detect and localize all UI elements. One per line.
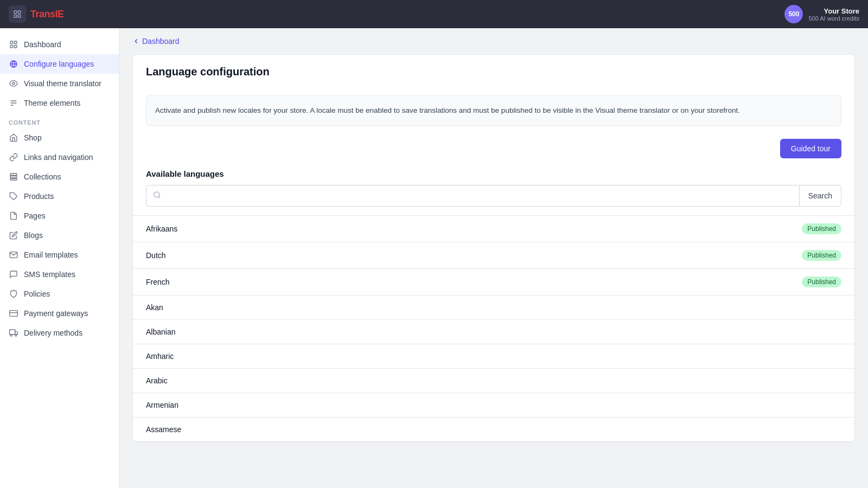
language-name: Assamese [146, 425, 181, 434]
svg-rect-3 [18, 15, 21, 17]
sidebar-item-label: Configure languages [24, 60, 94, 68]
status-badge: Published [802, 277, 841, 287]
svg-rect-0 [14, 11, 17, 14]
store-name: Your Store [824, 7, 860, 15]
sidebar-item-label: Links and navigation [24, 153, 93, 162]
language-row[interactable]: Amharic [133, 344, 854, 369]
sidebar-item-configure-languages[interactable]: Configure languages [0, 54, 119, 74]
payment-icon [9, 309, 18, 318]
language-row[interactable]: Albanian [133, 320, 854, 344]
sidebar-item-pages[interactable]: Pages [0, 206, 119, 226]
sidebar-item-products[interactable]: Products [0, 187, 119, 206]
breadcrumb-label: Dashboard [142, 37, 180, 46]
app-body: Dashboard Configure languages Visual the… [0, 28, 868, 488]
language-name: Albanian [146, 328, 176, 336]
sidebar-item-theme-elements[interactable]: Theme elements [0, 93, 119, 113]
card-description: Activate and publish new locales for you… [155, 105, 832, 117]
search-input[interactable] [165, 191, 793, 200]
language-name: Armenian [146, 401, 178, 409]
language-row[interactable]: Akan [133, 296, 854, 320]
shop-icon [9, 133, 18, 143]
grid-icon [9, 40, 18, 49]
sidebar-item-label: Products [24, 192, 54, 201]
guided-tour-row: Guided tour [133, 134, 854, 169]
main-content: Dashboard Language configuration Activat… [119, 28, 868, 488]
svg-point-18 [10, 335, 12, 336]
search-icon [153, 191, 161, 201]
breadcrumb: Dashboard [119, 28, 868, 54]
sidebar-item-email-templates[interactable]: Email templates [0, 245, 119, 265]
language-row[interactable]: Assamese [133, 418, 854, 442]
search-button[interactable]: Search [799, 185, 841, 207]
sidebar-item-label: Visual theme translator [24, 79, 101, 88]
svg-rect-6 [10, 45, 13, 48]
svg-rect-14 [10, 311, 18, 317]
sidebar-item-visual-theme-translator[interactable]: Visual theme translator [0, 74, 119, 93]
sidebar-item-label: Pages [24, 211, 46, 220]
language-name: Amharic [146, 352, 174, 361]
sidebar-item-label: Theme elements [24, 99, 80, 107]
avatar[interactable]: 500 [784, 5, 803, 23]
sidebar-item-shop[interactable]: Shop [0, 128, 119, 147]
svg-rect-11 [10, 176, 17, 178]
language-row[interactable]: Armenian [133, 393, 854, 418]
email-icon [9, 250, 18, 260]
svg-rect-4 [10, 41, 13, 44]
header-right: 500 Your Store 500 AI word credits [784, 5, 859, 23]
language-row[interactable]: AfrikaansPublished [133, 216, 854, 242]
page-title: Language configuration [146, 66, 841, 78]
sidebar-item-label: Shop [24, 133, 42, 142]
breadcrumb-back-link[interactable]: Dashboard [132, 37, 180, 46]
page-icon [9, 211, 18, 221]
sidebar-item-label: Policies [24, 290, 50, 298]
language-row[interactable]: DutchPublished [133, 242, 854, 269]
card-header: Language configuration [133, 55, 854, 87]
sidebar-item-label: Dashboard [24, 40, 61, 49]
status-badge: Published [802, 223, 841, 234]
search-row: Search [133, 185, 854, 215]
sidebar-item-delivery-methods[interactable]: Delivery methods [0, 323, 119, 343]
sidebar-item-dashboard[interactable]: Dashboard [0, 35, 119, 54]
logo-text: TranslE [30, 9, 64, 20]
sidebar-item-sms-templates[interactable]: SMS templates [0, 265, 119, 284]
blog-icon [9, 230, 18, 240]
language-name: French [146, 278, 170, 286]
sidebar-item-policies[interactable]: Policies [0, 284, 119, 304]
sidebar: Dashboard Configure languages Visual the… [0, 28, 119, 488]
svg-rect-1 [18, 11, 21, 14]
sidebar-item-label: Payment gateways [24, 309, 88, 318]
svg-rect-10 [10, 174, 17, 175]
language-row[interactable]: Arabic [133, 369, 854, 393]
eye-icon [9, 79, 18, 88]
search-input-wrapper [146, 185, 799, 207]
policy-icon [9, 289, 18, 299]
status-badge: Published [802, 250, 841, 261]
sidebar-item-links-navigation[interactable]: Links and navigation [0, 147, 119, 167]
guided-tour-button[interactable]: Guided tour [780, 139, 841, 158]
svg-marker-17 [15, 331, 18, 334]
sidebar-item-label: Collections [24, 172, 61, 181]
logo[interactable]: TranslE [9, 5, 64, 23]
sidebar-item-collections[interactable]: Collections [0, 167, 119, 187]
store-credits: 500 AI word credits [808, 15, 859, 22]
sidebar-item-blogs[interactable]: Blogs [0, 226, 119, 245]
sidebar-item-label: Email templates [24, 251, 78, 259]
card-description-box: Activate and publish new locales for you… [146, 95, 841, 126]
language-name: Akan [146, 303, 163, 312]
svg-rect-5 [14, 41, 17, 44]
logo-icon [9, 5, 26, 23]
language-row[interactable]: FrenchPublished [133, 269, 854, 296]
svg-point-20 [154, 191, 159, 197]
link-icon [9, 152, 18, 162]
language-name: Arabic [146, 376, 168, 385]
svg-line-21 [158, 196, 160, 198]
text-icon [9, 98, 18, 108]
svg-point-19 [15, 335, 17, 336]
language-name: Dutch [146, 251, 166, 260]
app-header: TranslE 500 Your Store 500 AI word credi… [0, 0, 868, 28]
language-config-card: Language configuration Activate and publ… [132, 54, 855, 442]
sidebar-item-payment-gateways[interactable]: Payment gateways [0, 304, 119, 323]
sidebar-item-label: Delivery methods [24, 329, 82, 337]
language-name: Afrikaans [146, 224, 177, 233]
svg-rect-7 [14, 45, 17, 48]
